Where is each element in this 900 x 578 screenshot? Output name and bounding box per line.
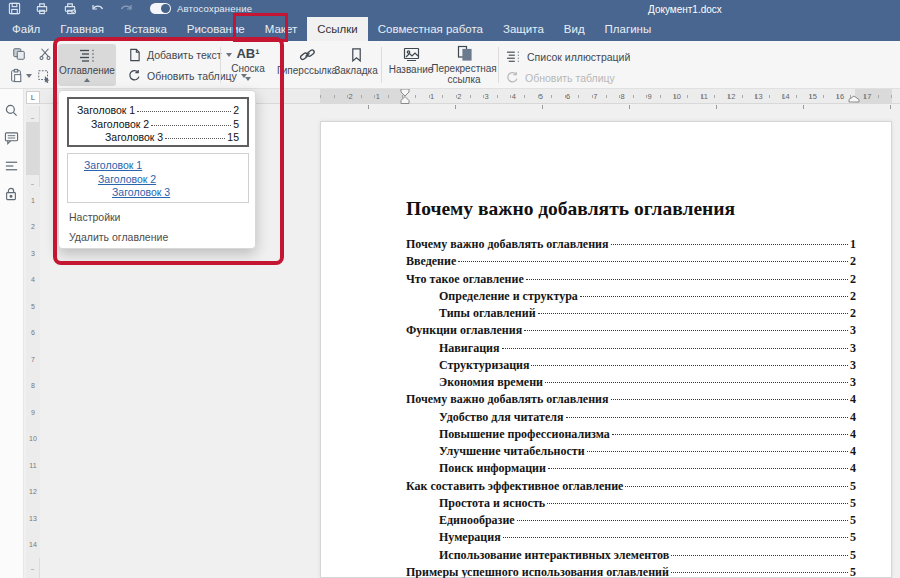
ribbon-tab[interactable]: Файл [2, 17, 50, 41]
autosave-toggle[interactable] [150, 3, 171, 14]
toc-entry[interactable]: Улучшение читабельности 4 [406, 444, 856, 461]
tab-type-selector[interactable]: L [26, 91, 40, 104]
window-titlebar: Автосохранение Документ1.docx Файл Главн… [0, 0, 900, 41]
paste-icon[interactable] [9, 68, 32, 83]
hyperlink-icon [299, 47, 316, 63]
toc-entry[interactable]: Почему важно добавлять оглавления 4 [406, 392, 856, 409]
undo-icon[interactable] [84, 1, 112, 17]
tab-stop-tick [716, 105, 717, 109]
ribbon-tab[interactable]: Защита [493, 17, 554, 41]
ruler-numbers: 211234567891011121314151617 [337, 89, 881, 104]
ribbon-tab[interactable]: Вид [554, 17, 595, 41]
toc-entry[interactable]: Примеры успешного использования оглавлен… [406, 565, 856, 578]
toc-entry[interactable]: Повышение профессионализма 4 [406, 427, 856, 444]
dot-leader [503, 537, 848, 538]
dot-leader [547, 503, 848, 504]
document-page[interactable]: Почему важно добавлять оглавления Почему… [320, 121, 892, 578]
ribbon-tab[interactable]: Ссылки [307, 17, 368, 41]
ribbon-tab[interactable]: Плагины [595, 17, 662, 41]
toc-entry[interactable]: Навигация 3 [406, 341, 856, 358]
tab-stop-tick [890, 105, 891, 109]
left-sidebar [0, 89, 24, 578]
toc-entry[interactable]: Простота и ясность 5 [406, 496, 856, 513]
dot-leader [671, 572, 848, 573]
caption-button[interactable]: Название [386, 47, 436, 75]
vertical-ruler[interactable]: 1234567891011121314 [26, 106, 40, 578]
vertical-ruler-numbers: 1234567891011121314 [26, 187, 40, 558]
figures-list-button[interactable]: Список иллюстраций [506, 50, 630, 63]
document-heading: Почему важно добавлять оглавления [406, 198, 735, 220]
ribbon-tab[interactable]: Совместная работа [368, 17, 493, 41]
save-icon[interactable] [0, 1, 28, 17]
dot-leader [502, 348, 849, 349]
search-icon[interactable] [4, 103, 19, 118]
toc-entry[interactable]: Нумерация 5 [406, 530, 856, 547]
dot-leader [566, 417, 849, 418]
figures-list-icon [506, 50, 521, 63]
cross-reference-button[interactable]: Перекрестная ссылка [436, 45, 492, 85]
document-title: Документ1.docx [648, 4, 722, 15]
dot-leader [458, 261, 848, 262]
bookmark-button[interactable]: Закладка [333, 47, 379, 76]
refresh-icon [506, 71, 519, 84]
toc-entry[interactable]: Что такое оглавление 2 [406, 272, 856, 289]
dot-leader [524, 330, 848, 331]
toc-entry[interactable]: Удобство для читателя 4 [406, 410, 856, 427]
update-figures-table-button-disabled: Обновить таблицу [506, 71, 615, 84]
caption-image-icon [403, 47, 420, 62]
toolbar-separator [498, 47, 499, 83]
dot-leader [671, 555, 848, 556]
tab-stop-tick [542, 105, 543, 109]
bookmark-icon [350, 47, 363, 63]
document-toc: Почему важно добавлять оглавления 1 Введ… [406, 237, 856, 578]
redo-icon[interactable] [112, 1, 140, 17]
toc-entry[interactable]: Почему важно добавлять оглавления 1 [406, 237, 856, 254]
toggle-knob [161, 4, 170, 13]
toc-entry[interactable]: Структуризация 3 [406, 358, 856, 375]
hyperlink-button[interactable]: Гиперссылка [281, 47, 333, 76]
dot-leader [611, 244, 848, 245]
toc-entry[interactable]: Как составить эффективное оглавление 5 [406, 479, 856, 496]
cut-icon[interactable] [38, 47, 52, 61]
dot-leader [611, 399, 848, 400]
select-icon[interactable] [37, 69, 51, 83]
ruler-top-margin-zone [26, 122, 39, 175]
toc-entry[interactable]: Использование интерактивных элементов 5 [406, 548, 856, 565]
toc-entry[interactable]: Единообразие 5 [406, 513, 856, 530]
dot-leader [625, 486, 848, 487]
dot-leader [545, 382, 848, 383]
right-indent-marker[interactable] [848, 95, 860, 103]
dot-leader [612, 434, 848, 435]
toc-entry[interactable]: Введение 2 [406, 254, 856, 271]
review-marks-icon[interactable] [4, 160, 19, 172]
protection-lock-icon[interactable] [4, 186, 18, 202]
toc-entry[interactable]: Функции оглавления 3 [406, 323, 856, 340]
toolbar-separator [381, 47, 382, 83]
dot-leader [580, 296, 848, 297]
print-icon[interactable] [28, 1, 56, 17]
copy-icon[interactable] [12, 47, 26, 61]
dot-leader [526, 279, 848, 280]
tab-stop-tick [455, 105, 456, 109]
toc-entry[interactable]: Определение и структура 2 [406, 289, 856, 306]
toc-entry[interactable]: Экономия времени 3 [406, 375, 856, 392]
tab-stop-tick [803, 105, 804, 109]
cross-reference-icon [456, 45, 473, 61]
indent-marker[interactable] [398, 88, 412, 105]
toc-entry[interactable]: Поиск информации 4 [406, 461, 856, 478]
dot-leader [587, 451, 848, 452]
quick-access-toolbar: Автосохранение [0, 0, 900, 17]
dot-leader [517, 520, 848, 521]
quick-print-icon[interactable] [56, 1, 84, 17]
toc-entry[interactable]: Типы оглавлений 2 [406, 306, 856, 323]
paste-caret-icon [26, 74, 32, 78]
tab-stop-tick [629, 105, 630, 109]
annotation-highlight-toc-tools [53, 37, 284, 265]
dot-leader [548, 468, 848, 469]
comments-icon[interactable] [4, 131, 19, 145]
dot-leader [531, 365, 848, 366]
dot-leader [538, 313, 848, 314]
tab-stop-tick [368, 105, 369, 109]
